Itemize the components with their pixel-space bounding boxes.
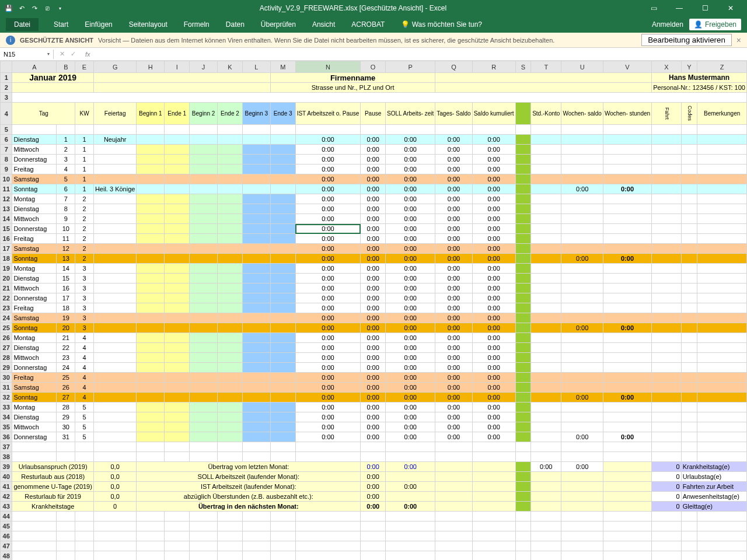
- qat-more-icon[interactable]: ▾: [56, 4, 64, 12]
- redo-icon[interactable]: ↷: [30, 4, 39, 12]
- tab-file[interactable]: Datei: [6, 18, 39, 31]
- fx-icon[interactable]: fx: [82, 51, 94, 58]
- shield-icon: i: [6, 36, 15, 45]
- tab-data[interactable]: Daten: [225, 18, 246, 31]
- tab-acrobat[interactable]: ACROBAT: [350, 18, 386, 31]
- tell-me[interactable]: 💡 Was möchten Sie tun?: [400, 18, 483, 31]
- signin-link[interactable]: Anmelden: [652, 20, 683, 29]
- undo-icon[interactable]: ↶: [18, 4, 26, 12]
- window-title: Activity_V2.9_FREEWARE.xlsx [Geschützte …: [64, 4, 642, 12]
- tab-review[interactable]: Überprüfen: [260, 18, 297, 31]
- tab-insert[interactable]: Einfügen: [83, 18, 113, 31]
- close-button[interactable]: ✕: [719, 0, 742, 16]
- ribbon-options-icon[interactable]: ▭: [642, 0, 665, 16]
- touch-icon[interactable]: ⎚: [43, 4, 51, 12]
- save-icon[interactable]: 💾: [5, 4, 13, 12]
- share-button[interactable]: 👤 Freigeben: [689, 19, 741, 30]
- person-icon: 👤: [694, 20, 703, 29]
- cancel-icon[interactable]: ✕: [60, 50, 65, 58]
- title-bar: 💾 ↶ ↷ ⎚ ▾ Activity_V2.9_FREEWARE.xlsx [G…: [0, 0, 747, 16]
- confirm-icon[interactable]: ✓: [71, 50, 76, 58]
- protected-view-bar: i GESCHÜTZTE ANSICHT Vorsicht — Dateien …: [0, 33, 747, 48]
- formula-bar-row: N15▾ ✕ ✓ fx: [0, 48, 747, 61]
- formula-bar[interactable]: [94, 53, 747, 55]
- close-bar-icon[interactable]: ×: [736, 36, 741, 45]
- ribbon: Datei Start Einfügen Seitenlayout Formel…: [0, 16, 747, 33]
- tab-start[interactable]: Start: [53, 18, 69, 31]
- tab-formulas[interactable]: Formeln: [183, 18, 211, 31]
- tab-view[interactable]: Ansicht: [311, 18, 336, 31]
- tab-pagelayout[interactable]: Seitenlayout: [128, 18, 169, 31]
- protected-view-label: GESCHÜTZTE ANSICHT: [20, 37, 93, 44]
- chevron-down-icon[interactable]: ▾: [47, 51, 50, 57]
- minimize-button[interactable]: —: [668, 0, 691, 16]
- protected-view-message: Vorsicht — Dateien aus dem Internet könn…: [98, 37, 554, 44]
- spreadsheet-grid[interactable]: ABEGHIJKLMNOPQRSTUVXYZ1Januar 2019Firmen…: [0, 61, 747, 560]
- name-box[interactable]: N15▾: [0, 50, 54, 59]
- maximize-button[interactable]: ☐: [693, 0, 717, 16]
- enable-editing-button[interactable]: Bearbeitung aktivieren: [641, 34, 732, 46]
